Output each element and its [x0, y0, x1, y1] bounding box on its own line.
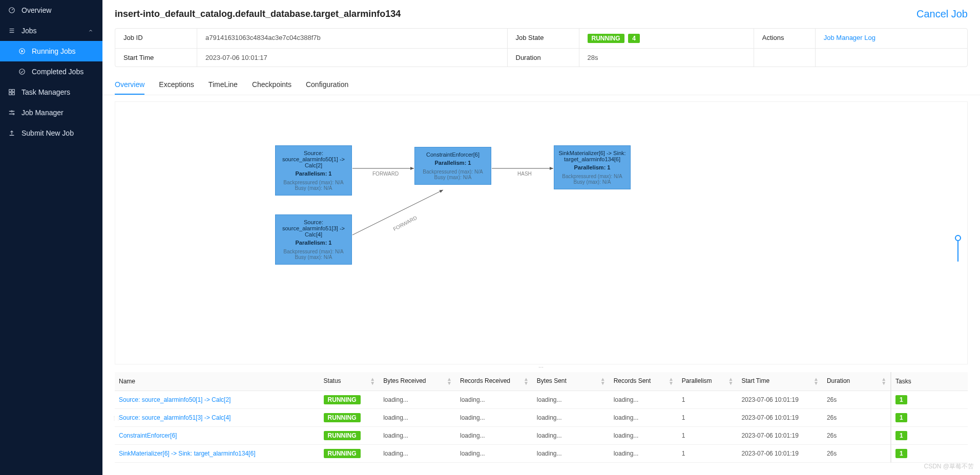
graph-node-source-2[interactable]: Source: source_alarminfo51[3] -> Calc[4]… [275, 214, 352, 265]
col-records-sent[interactable]: Records Sent▲▼ [610, 372, 678, 391]
dashboard-icon [8, 7, 15, 14]
table-row[interactable]: SinkMaterializer[6] -> Sink: target_alar… [115, 445, 968, 463]
records-received-cell: loading... [456, 445, 533, 463]
main-content: insert-into_default_catalog.default_data… [102, 0, 980, 475]
sort-icon: ▲▼ [728, 377, 734, 385]
status-badge: RUNNING [324, 449, 361, 458]
job-id-label: Job ID [115, 29, 197, 48]
svg-point-2 [19, 69, 25, 75]
tasks-badge: 1 [895, 395, 907, 404]
check-circle-icon [18, 68, 26, 75]
resize-handle[interactable]: ⋯ [102, 364, 980, 370]
col-bytes-sent[interactable]: Bytes Sent▲▼ [533, 372, 610, 391]
sidebar-item-label: Task Managers [22, 88, 70, 96]
job-id-value: a79141631063c4834ac3e7c04c388f7b [197, 29, 508, 48]
start-time-value: 2023-07-06 10:01:17 [197, 49, 508, 67]
edge-label-forward-2: FORWARD [392, 215, 418, 232]
sidebar-item-running-jobs[interactable]: Running Jobs [0, 41, 102, 61]
col-bytes-received[interactable]: Bytes Received▲▼ [379, 372, 456, 391]
svg-point-7 [11, 111, 13, 112]
sort-icon: ▲▼ [524, 377, 529, 385]
bytes-received-cell: loading... [379, 409, 456, 427]
sidebar-item-label: Submit New Job [22, 129, 74, 137]
start-time-cell: 2023-07-06 10:01:19 [737, 445, 823, 463]
sidebar-item-label: Running Jobs [32, 47, 76, 55]
sidebar-item-label: Completed Jobs [32, 68, 84, 76]
col-tasks[interactable]: Tasks [891, 372, 968, 391]
cancel-job-button[interactable]: Cancel Job [916, 8, 968, 20]
parallelism-cell: 1 [678, 409, 738, 427]
col-parallelism[interactable]: Parallelism▲▼ [678, 372, 738, 391]
bytes-received-cell: loading... [379, 445, 456, 463]
svg-rect-6 [12, 93, 14, 95]
sidebar-item-label: Job Manager [22, 109, 64, 117]
start-time-label: Start Time [115, 49, 197, 67]
sort-icon: ▲▼ [814, 377, 819, 385]
records-sent-cell: loading... [610, 391, 678, 409]
records-sent-cell: loading... [610, 409, 678, 427]
records-sent-cell: loading... [610, 427, 678, 445]
actions-value: Job Manager Log [816, 29, 967, 48]
page-title: insert-into_default_catalog.default_data… [115, 9, 401, 19]
edge-label-hash: HASH [517, 171, 532, 177]
parallelism-cell: 1 [678, 391, 738, 409]
duration-value: 28s [579, 49, 754, 67]
watermark: CSDN @草莓不苦 [924, 462, 974, 471]
svg-point-8 [13, 113, 14, 115]
table-row[interactable]: ConstraintEnforcer[6]RUNNINGloading...lo… [115, 427, 968, 445]
vertex-name-link[interactable]: ConstraintEnforcer[6] [119, 432, 177, 439]
vertex-name-link[interactable]: SinkMaterializer[6] -> Sink: target_alar… [119, 450, 255, 457]
table-row[interactable]: ⋮⋮Source: source_alarminfo51[3] -> Calc[… [115, 409, 968, 427]
col-status[interactable]: Status▲▼ [320, 372, 380, 391]
tab-exceptions[interactable]: Exceptions [159, 75, 194, 95]
sort-icon: ▲▼ [881, 377, 886, 385]
sidebar-item-task-managers[interactable]: Task Managers [0, 82, 102, 102]
actions-label: Actions [754, 29, 816, 48]
job-state-value: RUNNING 4 [579, 29, 754, 48]
col-duration[interactable]: Duration▲▼ [823, 372, 891, 391]
tab-configuration[interactable]: Configuration [306, 75, 348, 95]
page-header: insert-into_default_catalog.default_data… [102, 0, 980, 28]
job-manager-log-link[interactable]: Job Manager Log [824, 34, 875, 41]
svg-rect-5 [9, 93, 11, 95]
list-icon [8, 27, 15, 34]
svg-rect-3 [9, 90, 11, 92]
sidebar-item-jobs[interactable]: Jobs [0, 20, 102, 41]
svg-rect-4 [12, 90, 14, 92]
vertices-table: Name Status▲▼ Bytes Received▲▼ Records R… [115, 372, 968, 463]
bytes-sent-cell: loading... [533, 391, 610, 409]
records-received-cell: loading... [456, 391, 533, 409]
graph-node-source-1[interactable]: Source: source_alarminfo50[1] -> Calc[2]… [275, 145, 352, 196]
duration-label: Duration [508, 49, 579, 67]
start-time-cell: 2023-07-06 10:01:19 [737, 409, 823, 427]
sidebar-item-job-manager[interactable]: Job Manager [0, 102, 102, 123]
sidebar-item-overview[interactable]: Overview [0, 0, 102, 20]
job-graph[interactable]: Source: source_alarminfo50[1] -> Calc[2]… [115, 101, 968, 364]
sidebar-item-completed-jobs[interactable]: Completed Jobs [0, 61, 102, 82]
col-name[interactable]: Name [115, 372, 320, 391]
tab-overview[interactable]: Overview [115, 75, 144, 95]
vertex-name-link[interactable]: Source: source_alarminfo51[3] -> Calc[4] [119, 414, 231, 421]
graph-node-constraint[interactable]: ConstraintEnforcer[6] Parallelism: 1 Bac… [414, 147, 491, 185]
zoom-slider-track[interactable] [957, 241, 958, 262]
graph-node-sink[interactable]: SinkMaterializer[6] -> Sink: target_alar… [554, 145, 631, 189]
bytes-received-cell: loading... [379, 391, 456, 409]
zoom-slider-handle[interactable] [955, 235, 961, 241]
status-badge: RUNNING [588, 34, 624, 43]
bytes-sent-cell: loading... [533, 409, 610, 427]
table-row[interactable]: Source: source_alarminfo50[1] -> Calc[2]… [115, 391, 968, 409]
vertex-name-link[interactable]: Source: source_alarminfo50[1] -> Calc[2] [119, 396, 231, 403]
start-time-cell: 2023-07-06 10:01:19 [737, 391, 823, 409]
records-received-cell: loading... [456, 427, 533, 445]
sidebar-item-submit-job[interactable]: Submit New Job [0, 123, 102, 143]
graph-edges [115, 102, 967, 364]
col-records-received[interactable]: Records Received▲▼ [456, 372, 533, 391]
sort-icon: ▲▼ [600, 377, 606, 385]
col-start-time[interactable]: Start Time▲▼ [737, 372, 823, 391]
tab-checkpoints[interactable]: Checkpoints [252, 75, 291, 95]
tab-timeline[interactable]: TimeLine [208, 75, 238, 95]
duration-cell: 26s [823, 391, 891, 409]
drag-handle-icon[interactable]: ⋮⋮ [112, 415, 120, 421]
sidebar-item-label: Overview [22, 6, 51, 14]
sort-icon: ▲▼ [447, 377, 452, 385]
